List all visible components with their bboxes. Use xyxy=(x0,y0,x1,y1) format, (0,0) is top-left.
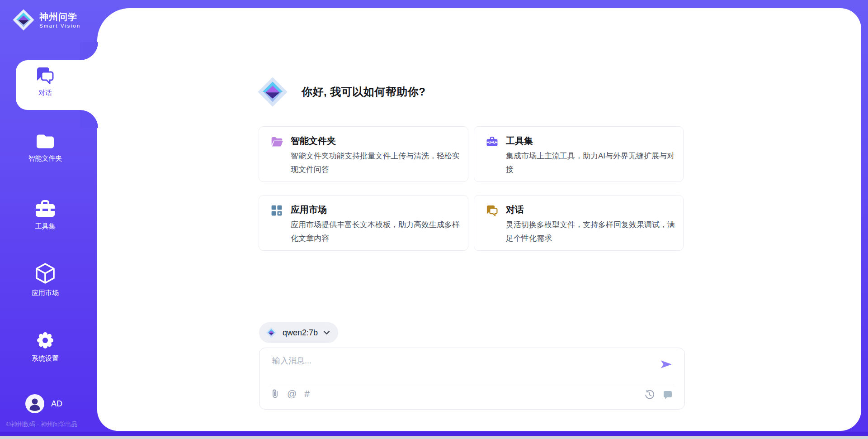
brand-diamond-logo-small xyxy=(265,327,277,339)
sidebar-item-chat[interactable]: 对话 xyxy=(0,66,90,97)
app-grid-icon xyxy=(271,205,283,216)
send-icon xyxy=(660,359,673,370)
avatar xyxy=(25,394,44,413)
card-title: 应用市场 xyxy=(291,204,327,216)
toolbox-icon xyxy=(486,136,498,147)
card-description: 智能文件夹功能支持批量文件上传与清洗，轻松实现文件问答 xyxy=(291,149,461,177)
sidebar-item-label: 工具集 xyxy=(35,222,56,231)
brand-diamond-logo xyxy=(12,8,35,32)
card-toolset[interactable]: 工具集 集成市场上主流工具，助力AI与外界无缝扩展与对接 xyxy=(474,126,684,182)
cube-icon xyxy=(35,262,55,284)
gear-icon xyxy=(36,331,54,350)
chevron-down-icon xyxy=(323,330,330,335)
card-smart-folder[interactable]: 智能文件夹 智能文件夹功能支持批量文件上传与清洗，轻松实现文件问答 xyxy=(259,126,468,182)
composer-tools-right xyxy=(645,390,673,400)
brand-logo: 神州问学 Smart Vision xyxy=(12,8,80,32)
card-title: 工具集 xyxy=(506,135,533,147)
sidebar-item-label: 对话 xyxy=(38,89,52,97)
user-initials: AD xyxy=(51,399,62,409)
folder-open-icon xyxy=(271,136,283,147)
card-description: 集成市场上主流工具，助力AI与外界无缝扩展与对接 xyxy=(506,149,676,177)
sidebar-item-label: 智能文件夹 xyxy=(28,154,62,163)
greeting-row: 你好, 我可以如何帮助你? xyxy=(256,72,426,111)
chat-bubbles-icon xyxy=(486,205,498,216)
sidebar-item-app-market[interactable]: 应用市场 xyxy=(0,262,90,297)
feature-cards-grid: 智能文件夹 智能文件夹功能支持批量文件上传与清洗，轻松实现文件问答 工具集 集成… xyxy=(259,126,684,251)
copyright-text: ©神州数码 · 神州问学出品 xyxy=(6,420,77,429)
card-description: 应用市场提供丰富长文本模板，助力高效生成多样化文章内容 xyxy=(291,218,461,245)
bottom-dark-strip xyxy=(0,432,868,436)
card-title: 智能文件夹 xyxy=(291,135,336,147)
brand-name: 神州问学 xyxy=(39,12,80,22)
history-icon[interactable] xyxy=(645,390,655,400)
card-app-market[interactable]: 应用市场 应用市场提供丰富长文本模板，助力高效生成多样化文章内容 xyxy=(259,195,468,251)
message-composer: @ # xyxy=(259,348,685,410)
card-title: 对话 xyxy=(506,204,524,216)
sidebar-item-smart-folder[interactable]: 智能文件夹 xyxy=(0,133,90,163)
toolbox-icon xyxy=(35,200,56,218)
model-selector[interactable]: qwen2:7b xyxy=(259,322,338,343)
tab-connector-top xyxy=(80,42,98,60)
tab-connector-bottom xyxy=(80,110,98,128)
sidebar-item-label: 系统设置 xyxy=(32,354,59,363)
message-input[interactable] xyxy=(271,354,644,381)
main-content-panel: 你好, 我可以如何帮助你? 智能文件夹 智能文件夹功能支持批量文件上传与清洗，轻… xyxy=(97,8,861,431)
model-name: qwen2:7b xyxy=(283,328,318,338)
user-account[interactable]: AD xyxy=(25,394,62,413)
send-button[interactable] xyxy=(660,359,673,371)
sidebar-item-settings[interactable]: 系统设置 xyxy=(0,331,90,363)
hashtag-icon[interactable]: # xyxy=(304,389,310,399)
composer-divider xyxy=(269,385,675,385)
mention-icon[interactable]: @ xyxy=(287,389,297,399)
sidebar-item-toolset[interactable]: 工具集 xyxy=(0,200,90,231)
folder-icon xyxy=(36,133,55,150)
brand-subtitle: Smart Vision xyxy=(39,23,80,29)
composer-tools-left: @ # xyxy=(271,389,310,399)
card-chat[interactable]: 对话 灵活切换多模型文件，支持多样回复效果调试，满足个性化需求 xyxy=(474,195,684,251)
app-window: 你好, 我可以如何帮助你? 智能文件夹 智能文件夹功能支持批量文件上传与清洗，轻… xyxy=(0,0,868,439)
greeting-title: 你好, 我可以如何帮助你? xyxy=(302,85,426,99)
bottom-light-strip xyxy=(0,436,868,439)
chat-bubbles-icon xyxy=(36,66,55,84)
attachment-icon[interactable] xyxy=(271,389,279,399)
brand-diamond-logo-large xyxy=(256,76,289,108)
sidebar-item-label: 应用市场 xyxy=(32,289,59,297)
chat-bubble-icon[interactable] xyxy=(663,390,673,399)
card-description: 灵活切换多模型文件，支持多样回复效果调试，满足个性化需求 xyxy=(506,218,676,245)
